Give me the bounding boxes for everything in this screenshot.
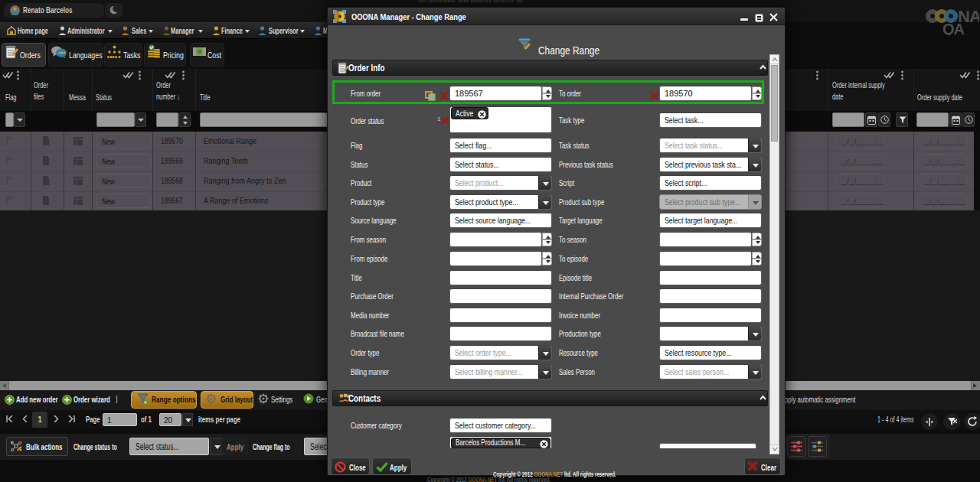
svg-text:QA: QA bbox=[942, 21, 965, 35]
